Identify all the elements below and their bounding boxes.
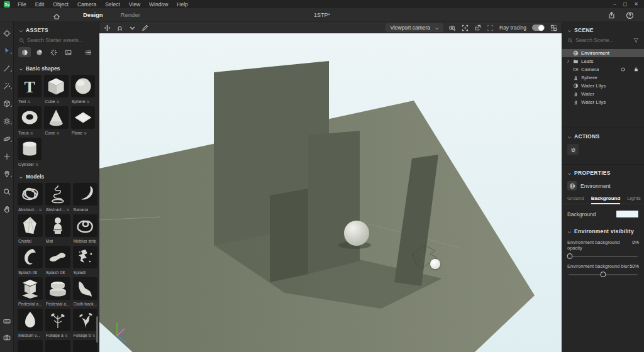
sphere-object[interactable] <box>344 221 369 246</box>
denoise-grid-icon[interactable] <box>550 25 557 31</box>
scene-tree-item[interactable]: Water Lilys <box>562 98 644 106</box>
chevron-right-icon[interactable] <box>566 59 570 63</box>
asset-tile[interactable]: Cube≋ <box>44 75 68 104</box>
close-button[interactable]: ✕ <box>634 1 638 7</box>
asset-tile[interactable]: Mobius strip≋ <box>73 214 98 243</box>
asset-tile[interactable]: Crystal≋ <box>18 214 43 243</box>
camera-settings-icon[interactable] <box>449 25 456 31</box>
tool-button[interactable] <box>1 167 12 178</box>
assets-header[interactable]: ASSETS <box>14 22 99 36</box>
tool-button[interactable] <box>1 79 12 90</box>
scene-tree-item[interactable]: Water Lilys <box>562 82 644 90</box>
tool-button[interactable] <box>1 44 12 55</box>
asset-tile[interactable]: Pedestal a...≋ <box>18 277 43 306</box>
models-header[interactable]: Models <box>14 170 99 182</box>
menu-item[interactable]: Select <box>101 1 125 8</box>
tool-button[interactable] <box>1 26 12 37</box>
asset-tile[interactable]: Cylinder≋ <box>18 138 42 167</box>
tool-button[interactable] <box>1 185 12 195</box>
ray-tracing-toggle[interactable] <box>532 25 545 31</box>
lock-icon[interactable] <box>633 67 639 72</box>
share-view-icon[interactable] <box>474 25 481 31</box>
asset-tile[interactable]: Banana≋ <box>73 183 98 212</box>
3d-scene[interactable] <box>99 33 562 352</box>
frame-add-icon[interactable] <box>462 25 469 31</box>
basic-shapes-header[interactable]: Basic shapes <box>14 62 99 74</box>
asset-tile[interactable]: Cloth back...≋ <box>73 277 98 306</box>
asset-tile[interactable]: Mat≋ <box>45 214 70 243</box>
asset-tile[interactable]: Plane≋ <box>71 106 95 135</box>
slider-knob[interactable] <box>601 272 606 277</box>
scene-search-input[interactable] <box>575 37 631 43</box>
mode-tab[interactable]: Render <box>112 11 149 18</box>
properties-tab[interactable]: Ground <box>567 194 584 204</box>
filter-icon[interactable] <box>633 38 639 43</box>
slider-track[interactable] <box>569 256 638 257</box>
magnet-icon[interactable] <box>116 25 123 31</box>
assets-scrollbar[interactable] <box>96 316 98 343</box>
asset-tile[interactable]: Sphere≋ <box>71 75 95 104</box>
asset-category-tab[interactable] <box>62 47 74 57</box>
scene-canvas[interactable] <box>99 33 562 352</box>
scene-header[interactable]: SCENE <box>562 22 644 36</box>
mode-tab[interactable]: Design <box>74 11 112 18</box>
menu-item[interactable]: Edit <box>31 1 49 8</box>
background-color-swatch[interactable] <box>616 210 639 218</box>
scene-tree-item[interactable]: Camera <box>562 65 644 74</box>
tool-button[interactable] <box>1 132 12 143</box>
asset-tile[interactable]: Abstract...≋ <box>18 183 43 212</box>
asset-tile[interactable]: Foliage a≋ <box>45 309 70 338</box>
tool-button[interactable] <box>1 202 12 213</box>
asset-category-tab[interactable] <box>47 47 60 57</box>
tool-button[interactable] <box>1 114 12 125</box>
minimize-button[interactable]: – <box>613 1 616 7</box>
asset-tile[interactable]: ≋ <box>18 340 43 352</box>
properties-tab[interactable]: Background <box>591 194 621 204</box>
frame-ghost-icon[interactable] <box>487 25 494 31</box>
asset-tile[interactable]: ≋ <box>73 340 98 352</box>
properties-tab[interactable]: Lights <box>627 194 640 204</box>
asset-tile[interactable]: Splash 06≋ <box>18 246 43 275</box>
pen-sparkle-icon[interactable] <box>142 25 148 31</box>
asset-tile[interactable]: Splash 08≋ <box>45 246 70 275</box>
asset-tile[interactable]: Pedestal a...≋ <box>45 277 70 306</box>
asset-tile[interactable]: Cone≋ <box>44 106 68 135</box>
menu-item[interactable]: Window <box>145 1 172 8</box>
assets-search-input[interactable] <box>27 37 94 43</box>
wall-panel-small[interactable] <box>270 189 308 282</box>
slider-track[interactable] <box>569 274 638 275</box>
tool-button[interactable] <box>1 62 12 72</box>
asset-category-tab[interactable] <box>18 47 31 57</box>
slider-knob[interactable] <box>567 253 573 259</box>
scene-tree-item[interactable]: Water <box>562 90 644 98</box>
properties-header[interactable]: PROPERTIES <box>562 165 644 179</box>
action-button[interactable] <box>567 144 579 155</box>
scene-tree-item[interactable]: Environment <box>562 49 644 57</box>
menu-item[interactable]: Help <box>172 1 192 8</box>
asset-tile[interactable]: Abstract...≋ <box>45 183 70 212</box>
tool-button[interactable] <box>1 331 12 341</box>
asset-tile[interactable]: Torus≋ <box>18 106 42 135</box>
selected-object-row[interactable]: Environment <box>562 179 644 194</box>
asset-category-tab[interactable] <box>33 47 45 57</box>
tool-button[interactable] <box>1 314 12 325</box>
environment-visibility-header[interactable]: Environment visibility <box>562 221 644 238</box>
menu-item[interactable]: File <box>13 1 31 8</box>
ring-icon[interactable] <box>620 67 626 72</box>
menu-item[interactable]: View <box>125 1 145 8</box>
home-button[interactable] <box>52 10 62 20</box>
tool-button[interactable] <box>1 97 12 107</box>
asset-tile[interactable]: Splash≋ <box>73 246 98 275</box>
asset-tile[interactable]: T Text≋ <box>18 75 42 104</box>
help-icon[interactable] <box>626 11 634 19</box>
maximize-button[interactable]: ◻ <box>623 1 628 7</box>
app-logo[interactable]: Sg <box>4 1 10 8</box>
menu-item[interactable]: Object <box>48 1 73 8</box>
menu-item[interactable]: Camera <box>73 1 101 8</box>
list-view-toggle[interactable] <box>82 47 94 57</box>
move-gizmo-icon[interactable] <box>104 25 111 31</box>
asset-tile[interactable]: Medium v...≋ <box>18 309 43 338</box>
asset-tile[interactable]: ≋ <box>45 340 70 352</box>
scene-tree-item[interactable]: Leafs <box>562 57 644 65</box>
tool-button[interactable] <box>1 150 12 160</box>
